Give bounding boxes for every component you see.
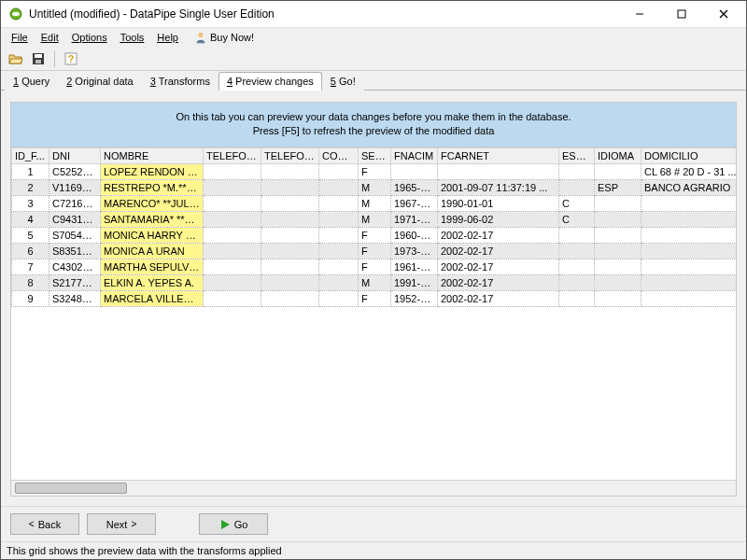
table-cell[interactable]: S217794... (49, 274, 101, 290)
table-cell[interactable] (595, 195, 641, 211)
table-cell[interactable]: LOPEZ RENDON NANCY ... (101, 163, 204, 179)
table-cell[interactable]: 1999-06-02 (438, 211, 559, 227)
table-cell[interactable]: SANTAMARIA* **NICA... (101, 211, 204, 227)
table-cell[interactable]: ELKIN A. YEPES A. (101, 274, 204, 290)
column-header[interactable]: DOMICILIO (641, 147, 737, 163)
table-row[interactable]: 2V116976...RESTREPO *M.**ADIELM1965-0...… (12, 179, 737, 195)
table-cell[interactable]: F (359, 290, 391, 306)
table-cell[interactable]: 5 (12, 227, 49, 243)
table-cell[interactable]: 6 (12, 243, 49, 259)
minimize-button[interactable] (618, 1, 660, 27)
data-grid[interactable]: ID_F...DNINOMBRETELEFONOP...TELEFONOT...… (10, 147, 737, 497)
table-cell[interactable]: 1971-0... (391, 211, 438, 227)
menu-tools[interactable]: Tools (114, 30, 151, 45)
buy-now-button[interactable]: Buy Now! (189, 29, 260, 46)
table-row[interactable]: 5S705453...MONICA HARRY JARAM...F1960-0.… (12, 227, 737, 243)
column-header[interactable]: FNACIM (391, 147, 438, 163)
table-cell[interactable] (261, 195, 319, 211)
table-cell[interactable]: MONICA A URAN (101, 243, 204, 259)
table-row[interactable]: 7C43028837MARTHA SEPULVEDAF1961-1...2002… (12, 259, 737, 274)
column-header[interactable]: ESTA... (559, 147, 595, 163)
table-cell[interactable]: ESP (595, 179, 641, 195)
go-button[interactable]: Go (199, 513, 268, 535)
table-cell[interactable]: BANCO AGRARIO (641, 179, 737, 195)
table-cell[interactable] (641, 290, 737, 306)
table-cell[interactable] (559, 243, 595, 259)
table-cell[interactable] (204, 211, 261, 227)
next-button[interactable]: Next> (87, 513, 156, 535)
table-cell[interactable]: C72160103 (49, 195, 101, 211)
back-button[interactable]: <Back (10, 513, 79, 535)
table-cell[interactable] (559, 227, 595, 243)
table-cell[interactable]: 9 (12, 290, 49, 306)
table-cell[interactable] (204, 163, 261, 179)
horizontal-scrollbar[interactable] (11, 480, 736, 496)
column-header[interactable]: DNI (49, 147, 101, 163)
table-cell[interactable] (641, 259, 737, 274)
table-cell[interactable]: CL 68 # 20 D - 31 ... (641, 163, 737, 179)
table-cell[interactable]: 1960-0... (391, 227, 438, 243)
table-cell[interactable]: MARCELA VILLEGAS A (101, 290, 204, 306)
table-cell[interactable] (261, 179, 319, 195)
table-cell[interactable]: M (359, 179, 391, 195)
menu-help[interactable]: Help (150, 30, 185, 45)
table-cell[interactable]: 2002-02-17 (438, 274, 559, 290)
column-header[interactable]: TELEFONOP... (204, 147, 261, 163)
table-cell[interactable] (261, 290, 319, 306)
table-cell[interactable]: 2002-02-17 (438, 259, 559, 274)
table-cell[interactable]: 1965-0... (391, 179, 438, 195)
table-cell[interactable] (319, 290, 359, 306)
table-cell[interactable] (559, 259, 595, 274)
table-cell[interactable] (261, 211, 319, 227)
tab-transforms[interactable]: 3 Transforms (142, 72, 218, 91)
close-button[interactable] (702, 1, 744, 27)
table-cell[interactable] (319, 163, 359, 179)
table-row[interactable]: 6S835120...MONICA A URANF1973-0...2002-0… (12, 243, 737, 259)
table-cell[interactable]: M (359, 211, 391, 227)
table-cell[interactable] (595, 227, 641, 243)
table-cell[interactable]: S324817... (49, 290, 101, 306)
table-cell[interactable]: M (359, 274, 391, 290)
table-cell[interactable]: C52528144 (49, 163, 101, 179)
table-cell[interactable]: C (559, 195, 595, 211)
table-cell[interactable]: 1973-0... (391, 243, 438, 259)
open-button[interactable] (7, 49, 25, 68)
table-cell[interactable]: C94310204 (49, 211, 101, 227)
table-cell[interactable] (559, 179, 595, 195)
help-tool-button[interactable]: ? (62, 49, 80, 68)
table-cell[interactable] (641, 243, 737, 259)
table-cell[interactable]: V116976... (49, 179, 101, 195)
table-cell[interactable] (595, 290, 641, 306)
table-cell[interactable] (595, 243, 641, 259)
table-cell[interactable]: MARTHA SEPULVEDA (101, 259, 204, 274)
menu-file[interactable]: File (5, 30, 35, 45)
column-header[interactable]: ID_F... (12, 147, 49, 163)
save-button[interactable] (29, 49, 48, 68)
table-cell[interactable] (204, 274, 261, 290)
table-cell[interactable]: F (359, 163, 391, 179)
table-cell[interactable]: S835120... (49, 243, 101, 259)
table-cell[interactable] (391, 163, 438, 179)
table-cell[interactable] (319, 274, 359, 290)
table-cell[interactable]: 2002-02-17 (438, 243, 559, 259)
scroll-thumb[interactable] (15, 483, 127, 494)
table-cell[interactable]: 8 (12, 274, 49, 290)
tab-preview-changes[interactable]: 4 Preview changes (218, 72, 322, 91)
table-cell[interactable]: RESTREPO *M.**ADIEL (101, 179, 204, 195)
table-cell[interactable]: 2002-02-17 (438, 227, 559, 243)
column-header[interactable]: CODP... (319, 147, 359, 163)
column-header[interactable]: IDIOMA (595, 147, 641, 163)
column-header[interactable]: NOMBRE (101, 147, 204, 163)
table-cell[interactable]: 1991-0... (391, 274, 438, 290)
table-cell[interactable] (595, 211, 641, 227)
table-cell[interactable] (641, 211, 737, 227)
table-cell[interactable]: 2002-02-17 (438, 290, 559, 306)
tab-query[interactable]: 1 Query (5, 72, 58, 91)
table-cell[interactable] (204, 243, 261, 259)
table-cell[interactable]: 1 (12, 163, 49, 179)
table-cell[interactable] (261, 163, 319, 179)
table-cell[interactable] (438, 163, 559, 179)
table-cell[interactable]: 3 (12, 195, 49, 211)
table-cell[interactable] (595, 259, 641, 274)
table-cell[interactable] (261, 259, 319, 274)
